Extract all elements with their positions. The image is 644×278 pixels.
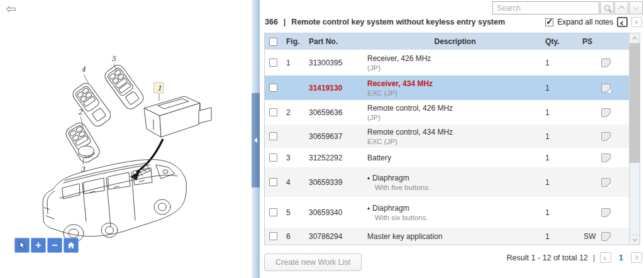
search-input[interactable] [492, 1, 599, 14]
note-collapse-icon[interactable]: ▴ [367, 206, 370, 211]
diagram-label-1[interactable]: 1 [157, 84, 162, 92]
next-page-button[interactable] [631, 252, 642, 263]
row-checkbox[interactable] [269, 153, 277, 162]
table-row[interactable]: 6 30786294 Master key application 1 SW [265, 227, 629, 245]
description-cell: ▴Diaphragm With six buttons. [363, 197, 543, 227]
column-header-description[interactable]: Description [363, 34, 543, 49]
part-number[interactable]: 30659340 [309, 197, 363, 227]
table-row[interactable]: 3 31252292 Battery 1 [265, 148, 629, 167]
table-row[interactable]: 2 30659636 Remote control, 426 MHz (JP) … [265, 100, 629, 124]
quantity: 1 [543, 50, 582, 75]
row-checkbox[interactable] [269, 232, 277, 240]
zoom-in-button[interactable]: + [31, 238, 46, 253]
expand-all-notes-checkbox[interactable] [545, 18, 553, 26]
chevron-left-icon [604, 256, 608, 260]
receiver-drawing[interactable] [144, 96, 211, 137]
note-icon[interactable] [601, 58, 611, 67]
quantity: 1 [543, 125, 582, 148]
previous-page-button[interactable] [600, 252, 611, 263]
battery-drawing[interactable] [79, 146, 94, 158]
part-number[interactable]: 30659636 [309, 101, 363, 124]
part-number[interactable]: 31300395 [309, 50, 363, 75]
next-section-button[interactable] [631, 17, 642, 27]
fig-number: 1 [282, 50, 309, 75]
splitter-handle[interactable] [252, 93, 260, 187]
diagram-label-5[interactable]: 5 [111, 55, 116, 63]
remote-key-drawing[interactable] [64, 120, 102, 165]
diagram-label-2[interactable]: 2 [78, 108, 83, 116]
current-page-number[interactable]: 1 [616, 253, 626, 262]
diaphragm-six-drawing[interactable] [103, 63, 146, 112]
fig-number [282, 75, 309, 100]
chevron-up-icon [618, 6, 625, 12]
parts-table: Fig. Part No. Description Qty. PS 1 3130… [264, 33, 640, 245]
search-button[interactable] [600, 1, 614, 14]
row-checkbox[interactable] [269, 178, 277, 186]
table-row[interactable]: 4 30659339 ▴Diaphragm With five buttons.… [265, 167, 629, 197]
column-header-part-no[interactable]: Part No. [309, 37, 363, 46]
pointer-tool-button[interactable] [14, 238, 30, 253]
column-header-ps[interactable]: PS [582, 37, 629, 46]
home-view-button[interactable] [64, 238, 79, 253]
row-checkbox[interactable] [269, 132, 277, 140]
description-cell: Receiver, 426 MHz (JP) [363, 50, 543, 75]
car-drawing [43, 160, 187, 242]
column-header-fig[interactable]: Fig. [282, 37, 309, 46]
part-number[interactable]: 31252292 [309, 148, 363, 167]
note-icon[interactable] [601, 108, 611, 117]
note-icon[interactable] [601, 153, 611, 162]
fig-number: 6 [282, 228, 309, 245]
search-previous-button[interactable] [614, 1, 628, 14]
collapse-left-icon [254, 138, 257, 143]
scrollbar-thumb[interactable] [630, 43, 640, 163]
note-collapse-icon[interactable]: ▴ [367, 175, 370, 181]
description-note: (JP) [367, 114, 380, 121]
scroll-up-button[interactable] [630, 33, 640, 43]
description-cell: ▴Diaphragm With five buttons. [363, 167, 543, 197]
chevron-down-icon [632, 237, 636, 242]
note-icon[interactable] [601, 232, 611, 241]
table-row[interactable]: 1 31300395 Receiver, 426 MHz (JP) 1 [265, 50, 629, 75]
part-number[interactable]: 30659637 [309, 125, 363, 148]
description-cell: Receiver, 434 MHz EXC (JP) [363, 75, 543, 100]
table-row-selected[interactable]: 31419130 Receiver, 434 MHz EXC (JP) 1 [265, 75, 629, 100]
note-icon[interactable] [601, 132, 611, 141]
description-note: EXC (JP) [367, 138, 397, 145]
row-checkbox[interactable] [269, 84, 277, 92]
notes-controls: Expand all notes [545, 17, 642, 27]
diaphragm-five-drawing[interactable] [70, 81, 113, 129]
column-header-qty[interactable]: Qty. [543, 37, 582, 46]
chevron-down-icon [633, 4, 639, 10]
panel-splitter[interactable] [252, 0, 260, 278]
scrollbar-track[interactable] [630, 163, 640, 235]
note-icon[interactable] [601, 84, 611, 92]
search-next-button[interactable] [629, 1, 643, 14]
part-number[interactable]: 30659339 [309, 167, 363, 197]
result-count-text: Result 1 - 12 of total 12 [507, 253, 588, 262]
fig-number: 5 [282, 197, 309, 227]
pointer-icon [18, 241, 26, 250]
previous-section-button[interactable] [617, 17, 628, 27]
result-pagination: Result 1 - 12 of total 12 | 1 [507, 252, 642, 263]
diagram-label-4[interactable]: 4 [81, 65, 86, 74]
table-row[interactable]: 30659637 Remote control, 434 MHz EXC (JP… [265, 124, 629, 148]
create-work-list-button[interactable]: Create new Work List [264, 253, 362, 271]
row-checkbox[interactable] [269, 58, 277, 67]
quantity: 1 [543, 75, 582, 100]
table-row[interactable]: 5 30659340 ▴Diaphragm With six buttons. … [265, 197, 629, 227]
note-icon[interactable] [601, 208, 611, 217]
table-scrollbar[interactable] [629, 33, 640, 245]
note-icon[interactable] [601, 178, 611, 187]
plus-icon: + [35, 240, 41, 250]
diagram-panel: ⇦ [0, 0, 252, 278]
diagram-label-3[interactable]: 3 [80, 165, 86, 174]
scroll-down-button[interactable] [630, 235, 640, 245]
zoom-out-button[interactable]: − [47, 238, 62, 253]
part-number[interactable]: 31419130 [309, 75, 363, 100]
section-header: 366 | Remote control key system without … [265, 18, 505, 26]
section-number: 366 [265, 18, 278, 26]
row-checkbox[interactable] [269, 108, 277, 116]
part-number[interactable]: 30786294 [309, 228, 363, 245]
select-all-checkbox[interactable] [269, 38, 277, 46]
row-checkbox[interactable] [269, 208, 277, 216]
